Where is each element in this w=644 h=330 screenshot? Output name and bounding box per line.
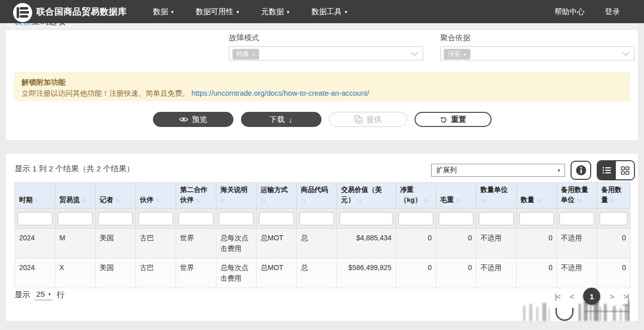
prev-page-button[interactable]: < — [570, 292, 574, 301]
table-row: 2024X美国古巴世界总每次点击费用总MOT总$586,499,82500不适用… — [15, 258, 630, 288]
current-page-button[interactable]: 1 — [583, 288, 600, 305]
cell: 总MOT — [257, 258, 297, 288]
filter-input-13[interactable] — [559, 212, 594, 225]
results-table: 时期 ↑↓贸易流 ↑↓记者 ↑↓伙伴 ↑↓第二合作伙伴 ↑↓海关说明 ↑↓运输方… — [15, 182, 630, 288]
cell: 总每次点击费用 — [216, 229, 257, 258]
cell: 总MOT — [257, 229, 297, 258]
next-page-button[interactable]: > — [610, 292, 614, 301]
results-controls: 扩展列 ▾ — [431, 160, 635, 180]
column-header-12[interactable]: 数量 ↑↓ — [517, 183, 557, 209]
cell: 总 — [297, 258, 337, 288]
nav-item-data-availability[interactable]: 数据可用性 ▾ — [185, 7, 250, 17]
column-header-0[interactable]: 时期 ↑↓ — [15, 183, 55, 209]
chevron-down-icon: ▾ — [287, 9, 289, 15]
rows-per-page-select[interactable]: 25 ▾ — [35, 290, 52, 300]
filter-input-1[interactable] — [58, 212, 93, 225]
download-button[interactable]: 下载 ↓ — [241, 112, 321, 127]
rows-unit-label: 行 — [57, 290, 65, 300]
column-header-6[interactable]: 运输方式 ↑↓ — [257, 183, 297, 209]
column-header-2[interactable]: 记者 ↑↓ — [96, 183, 136, 209]
nav-item-data[interactable]: 数据 ▾ — [142, 7, 185, 17]
rows-per-page-label: 显示 — [15, 290, 30, 300]
chevron-down-icon: ▾ — [557, 168, 560, 173]
column-header-8[interactable]: 交易价值（美元） ↑↓ — [337, 183, 396, 209]
column-header-3[interactable]: 伙伴 ↑↓ — [136, 183, 176, 209]
chevron-down-icon — [411, 52, 418, 56]
sort-icon: ↑↓ — [456, 197, 460, 203]
rows-per-page: 显示 25 ▾ 行 — [15, 290, 64, 300]
info-button[interactable] — [571, 161, 591, 180]
column-header-7[interactable]: 商品代码 ↑↓ — [297, 183, 337, 209]
filter-input-14[interactable] — [600, 212, 627, 225]
nav-item-data-tools[interactable]: 数据工具 ▾ — [300, 7, 358, 17]
breakdown-mode-select[interactable]: 经典 × — [229, 46, 423, 60]
last-page-button[interactable]: >| — [623, 292, 629, 301]
results-summary: 显示 1 到 2 个结果（共 2 个结果） — [15, 164, 134, 174]
sort-icon: ↑↓ — [577, 197, 581, 203]
top-navbar: 联合国商品贸易数据库 数据 ▾ 数据可用性 ▾ 元数据 ▾ 数据工具 ▾ 帮助中… — [0, 0, 644, 23]
nav-item-help-center[interactable]: 帮助中心 — [544, 7, 595, 17]
cell: 世界 — [176, 258, 216, 288]
brand[interactable]: 联合国商品贸易数据库 — [13, 1, 127, 22]
reset-button[interactable]: 重置 — [415, 112, 492, 127]
sort-icon: ↑↓ — [196, 197, 200, 203]
column-header-14[interactable]: 备用数量 ↑↓ — [597, 183, 630, 209]
cell: 总每次点击费用 — [216, 258, 257, 288]
view-toggle — [597, 160, 635, 180]
sort-icon: ↑↓ — [480, 197, 485, 203]
chevron-down-icon: ▾ — [236, 9, 239, 15]
nav-item-login[interactable]: 登录 — [595, 7, 630, 17]
sort-icon: ↑↓ — [155, 197, 160, 203]
chip-remove-icon[interactable]: × — [252, 51, 255, 57]
cell: 不适用 — [476, 229, 517, 258]
cell: 世界 — [176, 229, 216, 258]
nav-right: 帮助中心 登录 — [544, 7, 630, 17]
selected-chip: 没有 × — [444, 49, 470, 59]
column-header-13[interactable]: 备用数量单位 ↑↓ — [557, 183, 597, 209]
filter-input-7[interactable] — [299, 212, 334, 225]
aggregate-by-label: 聚合依据 — [440, 33, 634, 43]
cell: $4,885,434 — [337, 229, 396, 258]
filter-input-12[interactable] — [519, 212, 554, 225]
cell: 古巴 — [136, 258, 176, 288]
nav-item-metadata[interactable]: 元数据 ▾ — [250, 7, 300, 17]
nav-menu: 数据 ▾ 数据可用性 ▾ 元数据 ▾ 数据工具 ▾ — [142, 7, 358, 17]
filter-input-3[interactable] — [138, 212, 173, 225]
list-view-button[interactable] — [598, 161, 616, 179]
sort-icon: ↑↓ — [220, 197, 225, 203]
chip-remove-icon[interactable]: × — [463, 51, 466, 57]
filter-input-9[interactable] — [398, 212, 433, 225]
columns-select[interactable]: 扩展列 ▾ — [431, 164, 565, 177]
column-header-4[interactable]: 第二合作伙伴 ↑↓ — [176, 183, 216, 209]
pagination: |< < 1 > >| — [555, 288, 629, 305]
filter-input-5[interactable] — [219, 212, 254, 225]
filter-input-4[interactable] — [179, 212, 213, 225]
selected-chip: 经典 × — [232, 49, 259, 59]
column-header-11[interactable]: 数量单位 ↑↓ — [476, 183, 517, 209]
create-account-link[interactable]: https://uncomtrade.org/docs/how-to-creat… — [192, 89, 369, 97]
filter-input-6[interactable] — [259, 212, 294, 225]
preview-button[interactable]: 预览 — [153, 112, 233, 127]
filter-input-11[interactable] — [479, 212, 514, 225]
aggregate-by-select[interactable]: 没有 × — [440, 46, 634, 60]
column-header-10[interactable]: 毛重 ↑↓ — [436, 183, 476, 209]
filter-input-8[interactable] — [340, 212, 393, 225]
eye-icon — [179, 116, 188, 122]
cell: X — [55, 258, 96, 288]
sort-icon: ↑↓ — [261, 197, 265, 203]
column-header-1[interactable]: 贸易流 ↑↓ — [55, 183, 96, 209]
submit-button[interactable]: 提供 — [329, 112, 407, 127]
query-options-panel: 设置查询选项 故障模式 经典 × 聚合依据 没有 × 解锁附加功能 立即注册以访… — [6, 19, 638, 140]
download-arrow-icon: ↓ — [289, 115, 293, 124]
filter-input-10[interactable] — [439, 212, 473, 225]
grid-view-icon — [621, 166, 629, 175]
grid-view-button[interactable] — [616, 161, 634, 179]
column-header-9[interactable]: 净重（kg） ↑↓ — [396, 183, 436, 209]
column-header-5[interactable]: 海关说明 ↑↓ — [216, 183, 257, 209]
sort-icon: ↑↓ — [115, 197, 120, 203]
cell: 0 — [436, 229, 476, 258]
filter-input-0[interactable] — [18, 212, 52, 225]
first-page-button[interactable]: |< — [555, 292, 560, 301]
chevron-down-icon — [622, 52, 629, 56]
filter-input-2[interactable] — [98, 212, 133, 225]
